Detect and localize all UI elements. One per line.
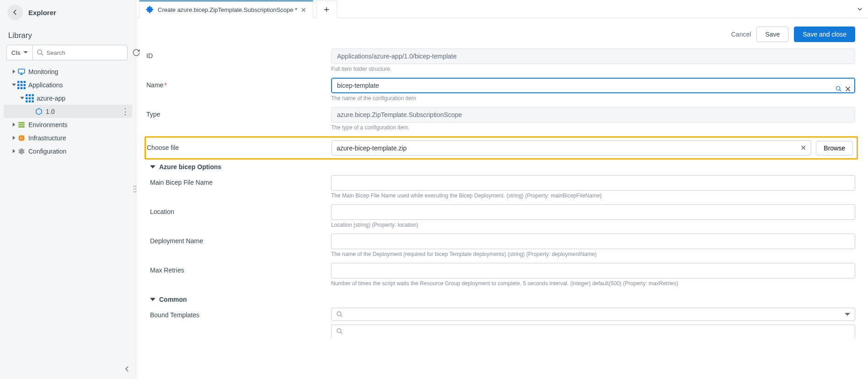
choose-file-highlight: Choose file azure-bicep-template.zip ✕ B… (145, 136, 858, 160)
svg-point-31 (836, 86, 840, 90)
section-common[interactable]: Common (146, 292, 855, 308)
tree-azure-app[interactable]: azure-app (4, 91, 132, 105)
explorer-title: Explorer (28, 9, 56, 16)
tree-label: Environments (28, 121, 68, 128)
svg-point-30 (135, 191, 137, 192)
tree-label: Applications (28, 81, 63, 89)
type-label: Type (146, 107, 331, 118)
lookup-icon[interactable] (835, 85, 842, 94)
deployment-input[interactable] (331, 234, 855, 249)
svg-rect-4 (24, 81, 26, 83)
expand-icon[interactable] (852, 0, 868, 18)
retries-label: Max Retries (146, 263, 331, 274)
deployment-label: Deployment Name (146, 234, 331, 245)
svg-rect-3 (21, 81, 23, 83)
tabstrip: Create azure.bicep.ZipTemplate.Subscript… (136, 0, 868, 18)
search-input[interactable] (47, 49, 123, 56)
location-input[interactable] (331, 204, 855, 220)
tree-monitoring[interactable]: Monitoring (4, 65, 132, 78)
svg-rect-12 (29, 94, 31, 96)
new-tab-button[interactable] (316, 0, 337, 18)
main-bicep-input[interactable] (331, 175, 855, 191)
clear-icon[interactable] (844, 85, 852, 94)
tree-label: Configuration (28, 148, 66, 155)
content: Create azure.bicep.ZipTemplate.Subscript… (136, 0, 868, 379)
retries-help: Number of times the script waits the Res… (331, 280, 855, 287)
clear-file-icon[interactable]: ✕ (800, 144, 806, 152)
tree-version[interactable]: 1.0 ⋮ (4, 105, 132, 118)
file-input[interactable]: azure-bicep-template.zip ✕ (332, 140, 811, 155)
back-button[interactable] (7, 5, 23, 20)
more-icon[interactable]: ⋮ (121, 107, 129, 116)
puzzle-icon (146, 5, 154, 15)
svg-rect-9 (21, 87, 23, 89)
tree-configuration[interactable]: Configuration (4, 144, 132, 158)
svg-rect-5 (17, 84, 20, 86)
library-title: Library (0, 25, 136, 45)
svg-rect-21 (18, 124, 25, 125)
svg-rect-15 (29, 97, 31, 99)
tree-label: azure-app (37, 95, 65, 102)
file-value: azure-bicep-template.zip (337, 144, 407, 152)
svg-point-28 (135, 188, 137, 190)
bound-templates-label: Bound Templates (146, 308, 331, 319)
svg-rect-11 (26, 94, 28, 96)
cis-dropdown[interactable]: CIs (6, 45, 32, 60)
bound-templates-select-2[interactable] (331, 325, 855, 337)
tree-label: Monitoring (28, 68, 58, 75)
svg-point-32 (337, 312, 341, 316)
name-label: Name (146, 81, 163, 89)
name-input[interactable] (331, 78, 855, 93)
retries-input[interactable] (331, 263, 855, 278)
svg-rect-13 (32, 94, 34, 96)
id-label: ID (146, 48, 331, 59)
location-help: Location (string) (Property: location) (331, 222, 855, 228)
svg-rect-6 (21, 84, 23, 86)
id-help: Full item folder structure. (331, 66, 855, 72)
svg-rect-7 (24, 84, 26, 86)
cancel-button[interactable]: Cancel (731, 31, 751, 38)
svg-rect-2 (17, 81, 20, 83)
svg-rect-19 (32, 100, 34, 102)
svg-point-27 (134, 188, 135, 190)
tab-label: Create azure.bicep.ZipTemplate.Subscript… (158, 6, 297, 13)
svg-point-25 (134, 186, 135, 187)
location-label: Location (146, 204, 331, 215)
required-marker: * (164, 81, 166, 89)
tree-label: 1.0 (46, 108, 54, 115)
svg-rect-17 (26, 100, 28, 102)
bound-templates-select[interactable] (331, 308, 855, 321)
tree-environments[interactable]: Environments (4, 118, 132, 131)
tree: Monitoring Applications azure-app 1.0 ⋮ (0, 65, 136, 158)
deployment-help: The name of the Deployment (required for… (331, 251, 855, 257)
divider-handle-icon[interactable] (133, 184, 137, 195)
sidebar: Explorer Library CIs (0, 0, 136, 379)
svg-rect-22 (18, 126, 25, 128)
svg-rect-8 (17, 87, 20, 89)
save-button[interactable]: Save (756, 27, 788, 42)
tree-applications[interactable]: Applications (4, 78, 132, 91)
search-box[interactable] (32, 45, 128, 60)
tree-infrastructure[interactable]: Infrastructure (4, 131, 132, 144)
choose-file-label: Choose file (147, 140, 332, 151)
main-bicep-label: Main Bicep File Name (146, 175, 331, 186)
svg-rect-18 (29, 100, 31, 102)
svg-rect-10 (24, 87, 26, 89)
svg-rect-20 (18, 122, 25, 123)
collapse-sidebar-icon[interactable] (123, 365, 131, 374)
svg-rect-14 (26, 97, 28, 99)
type-field: azure.bicep.ZipTemplate.SubscriptionScop… (331, 107, 855, 123)
tab-create-item[interactable]: Create azure.bicep.ZipTemplate.Subscript… (139, 0, 313, 18)
tree-label: Infrastructure (28, 134, 66, 142)
svg-point-26 (135, 186, 137, 187)
svg-point-33 (337, 329, 341, 333)
svg-rect-1 (18, 69, 25, 73)
svg-rect-16 (32, 97, 34, 99)
svg-point-0 (38, 50, 42, 54)
svg-point-29 (134, 191, 135, 192)
section-bicep-options[interactable]: Azure bicep Options (146, 160, 855, 175)
save-close-button[interactable]: Save and close (794, 27, 855, 42)
main-bicep-help: The Main Bicep File Name used while exec… (331, 192, 855, 199)
close-icon[interactable]: ✕ (301, 6, 306, 14)
browse-button[interactable]: Browse (816, 141, 853, 155)
